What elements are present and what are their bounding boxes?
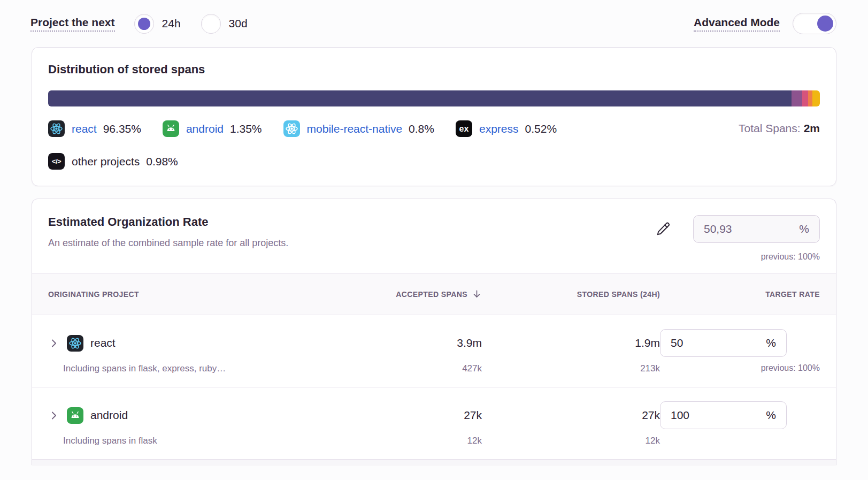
legend-item-react: react96.35% [48,120,141,137]
bar-segment-mobile-react-native [802,90,809,106]
org-rate-input[interactable] [704,223,779,235]
radio-30d-circle[interactable] [201,14,221,34]
react-icon [67,335,83,352]
react-icon [48,120,65,137]
distribution-card: Distribution of stored spans react96.35%… [32,47,836,186]
radio-option-24h[interactable]: 24h [134,14,181,34]
stored-spans-cell: 27k12k [482,401,660,446]
legend-item-express: exexpress0.52% [456,120,557,137]
edit-pencil-icon[interactable] [656,222,671,238]
legend-project-pct: 96.35% [103,123,141,135]
react-native-icon [283,120,300,137]
advanced-mode-toggle[interactable] [793,13,836,34]
stored-spans-subvalue: 213k [482,363,660,374]
stored-spans-value: 27k [482,401,660,429]
accepted-spans-subvalue: 427k [304,363,482,374]
target-rate-previous: previous: 100% [660,363,820,373]
target-rate-input[interactable] [671,337,746,349]
radio-option-30d[interactable]: 30d [201,14,248,34]
org-rate-unit: % [799,223,809,235]
radio-30d-label[interactable]: 30d [229,17,248,30]
col-target-rate: TARGET RATE [660,289,820,299]
legend-project-name[interactable]: express [479,123,519,135]
express-icon: ex [456,120,472,137]
toolbar: Project the next 24h 30d Advanced Mode [0,0,868,35]
accepted-spans-cell: 27k12k [304,401,482,446]
project-subtext: Including spans in flask, express, ruby… [48,363,304,374]
total-spans-label: Total Spans: [739,122,801,134]
sort-down-icon[interactable] [472,289,482,299]
target-rate-input-box: % [660,401,787,429]
target-rate-unit: % [766,409,776,422]
legend-project-pct: 0.8% [409,123,434,135]
target-rate-main: % [660,329,820,357]
total-spans: Total Spans:2m [739,122,820,135]
next-section-strip [32,459,836,465]
col-stored-spans: STORED SPANS (24H) [482,289,660,299]
col-accepted-spans[interactable]: ACCEPTED SPANS [304,289,482,299]
target-rate-input[interactable] [671,409,746,422]
project-main: react [48,329,304,357]
stored-spans-cell: 1.9m213k [482,329,660,374]
legend-project-pct: 0.52% [525,123,557,135]
legend-project-pct: 1.35% [230,123,262,135]
bar-segment-react [48,90,792,106]
legend-item-mobile-react-native: mobile-react-native0.8% [283,120,434,137]
bar-segment-other-projects [812,90,820,106]
legend-item-android: android1.35% [163,120,262,137]
target-rate-cell: % [660,401,820,446]
project-cell: reactIncluding spans in flask, express, … [48,329,304,374]
period-radio-group: 24h 30d [134,14,268,34]
project-name: android [90,409,128,422]
legend-project-name: other projects [72,155,140,168]
expand-chevron-icon[interactable] [48,338,59,349]
expand-chevron-icon[interactable] [48,410,59,421]
stored-spans-value: 1.9m [482,329,660,357]
stored-spans-subvalue: 12k [482,436,660,446]
project-main: android [48,401,304,429]
table-row-react: reactIncluding spans in flask, express, … [32,315,836,387]
advanced-mode-label: Advanced Mode [694,16,780,32]
accepted-spans-subvalue: 12k [304,436,482,446]
target-rate-input-box: % [660,329,787,357]
legend-project-name[interactable]: android [186,123,224,135]
legend-project-name[interactable]: react [72,123,97,135]
project-name: react [90,337,116,349]
bar-segment-express [808,90,812,106]
legend-project-pct: 0.98% [146,155,178,168]
distribution-bar [48,90,820,106]
accepted-spans-value: 3.9m [304,329,482,357]
accepted-spans-cell: 3.9m427k [304,329,482,374]
total-spans-value: 2m [804,122,820,134]
distribution-legend: react96.35%android1.35%mobile-react-nati… [48,120,820,170]
project-cell: androidIncluding spans in flask [48,401,304,446]
org-rate-card: Estimated Organization Rate An estimate … [32,199,836,465]
org-rate-title: Estimated Organization Rate [48,215,288,229]
org-rate-subtitle: An estimate of the combined sample rate … [48,238,288,249]
target-rate-unit: % [766,337,776,349]
legend-item-other-projects: </>other projects0.98% [48,153,178,170]
code-icon: </> [48,153,65,170]
project-the-next-label: Project the next [30,16,115,32]
radio-24h-circle[interactable] [134,14,154,34]
table-row-android: androidIncluding spans in flask27k12k27k… [32,387,836,459]
bar-segment-android [792,90,802,106]
col-originating-project: ORIGINATING PROJECT [48,289,304,299]
target-rate-cell: %previous: 100% [660,329,820,374]
legend-project-name[interactable]: mobile-react-native [307,123,403,135]
table-body: reactIncluding spans in flask, express, … [32,315,836,459]
android-icon [163,120,179,137]
target-rate-main: % [660,401,820,429]
project-subtext: Including spans in flask [48,436,304,446]
accepted-spans-value: 27k [304,401,482,429]
org-rate-previous: previous: 100% [693,252,820,262]
android-icon [67,407,83,424]
toggle-knob [817,16,833,32]
table-header: ORIGINATING PROJECT ACCEPTED SPANS STORE… [32,273,836,315]
org-rate-input-box: % [693,215,820,243]
distribution-title: Distribution of stored spans [48,63,820,77]
radio-24h-label[interactable]: 24h [162,17,181,30]
